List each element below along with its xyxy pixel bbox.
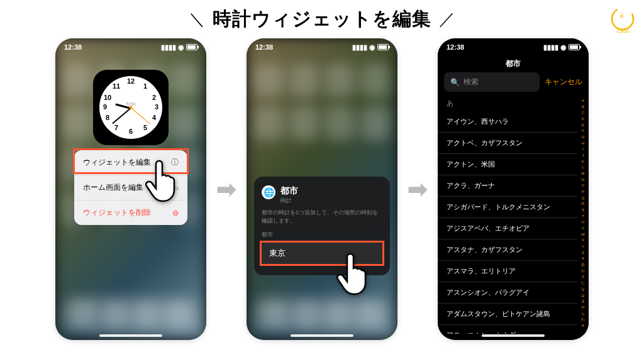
index-letter[interactable]: U — [579, 220, 587, 224]
index-letter[interactable]: # — [579, 256, 587, 260]
menu-label: ホーム画面を編集 — [83, 182, 143, 193]
search-row: 🔍 検索 キャンセル — [444, 72, 582, 92]
city-item[interactable]: アスンシオン、パラグアイ — [438, 282, 577, 304]
index-letter[interactable]: F — [579, 129, 587, 133]
wifi-icon: ◉ — [560, 43, 567, 52]
index-letter[interactable]: W — [579, 233, 587, 236]
city-item[interactable]: アクトベ、カザフスタン — [438, 133, 577, 154]
index-letter[interactable]: T — [579, 214, 587, 218]
index-letter[interactable]: S — [579, 208, 587, 212]
index-letter[interactable]: K — [579, 160, 587, 163]
city-item[interactable]: アスマラ、エリトリア — [438, 261, 577, 282]
globe-icon: 🌐 — [262, 185, 275, 199]
index-letter[interactable]: や — [579, 305, 587, 309]
index-letter[interactable]: か — [579, 269, 587, 273]
logo: iiLabo — [605, 5, 635, 35]
city-value: 東京 — [269, 248, 286, 258]
cancel-button[interactable]: キャンセル — [545, 77, 582, 87]
phone-screenshot-3: 12:38 ▮▮▮▮◉ 都市 🔍 検索 キャンセル あ アイウン、西サハラアクト… — [438, 38, 589, 340]
index-letter[interactable]: ま — [579, 299, 587, 303]
phone-screenshot-1: 12:38 ▮▮▮▮ ◉ 12 1 2 3 4 5 6 7 8 9 10 11 … — [55, 38, 206, 340]
page-title: 時計ウィジェットを編集 — [213, 6, 431, 32]
slash-right: ／ — [439, 8, 455, 30]
index-letter[interactable]: わ — [579, 317, 587, 321]
minus-circle-icon: ⊖ — [172, 209, 179, 217]
index-letter[interactable]: Y — [579, 244, 587, 248]
signal-icon: ▮▮▮▮ — [543, 43, 558, 52]
wifi-icon: ◉ — [178, 43, 184, 52]
index-letter[interactable]: I — [579, 147, 587, 151]
wifi-icon: ◉ — [369, 43, 375, 52]
city-list-screen: 12:38 ▮▮▮▮◉ 都市 🔍 検索 キャンセル あ アイウン、西サハラアクト… — [438, 38, 589, 340]
index-letter[interactable]: P — [579, 190, 587, 194]
status-icons: ▮▮▮▮ ◉ — [161, 43, 197, 52]
status-bar: 12:38 ▮▮▮▮◉ — [247, 38, 397, 56]
status-time: 12:38 — [255, 43, 273, 51]
panel-subtitle: 時計 — [280, 197, 298, 205]
home-indicator[interactable] — [482, 334, 545, 337]
city-item[interactable]: アスタナ、カザフスタン — [438, 239, 577, 261]
index-letter[interactable]: V — [579, 226, 587, 230]
search-placeholder: 検索 — [464, 77, 479, 87]
index-letter[interactable]: さ — [579, 275, 587, 278]
city-item[interactable]: アイウン、西サハラ — [438, 111, 577, 133]
index-letter[interactable]: な — [579, 287, 587, 291]
status-icons: ▮▮▮▮◉ — [352, 43, 389, 52]
index-letter[interactable]: L — [579, 165, 587, 169]
pointer-hand-icon — [335, 252, 372, 296]
index-letter[interactable]: D — [579, 117, 587, 121]
battery-icon — [186, 44, 197, 50]
svg-text:ii: ii — [620, 13, 623, 19]
battery-icon — [377, 44, 389, 50]
status-bar: 12:38 ▮▮▮▮ ◉ — [55, 38, 206, 56]
battery-icon — [569, 44, 580, 50]
index-letter[interactable]: # — [579, 324, 587, 327]
index-letter[interactable]: Q — [579, 196, 587, 200]
city-item[interactable]: アジスアベバ、エチオピア — [438, 218, 577, 239]
city-item[interactable]: アダムスタウン、ピトケアン諸島 — [438, 304, 577, 325]
field-label: 都市 — [262, 231, 382, 239]
clock-widget[interactable]: 12 1 2 3 4 5 6 7 8 9 10 11 TOK — [93, 70, 169, 145]
city-item[interactable]: アクトン、米国 — [438, 154, 577, 175]
index-letter[interactable]: J — [579, 153, 587, 157]
home-indicator[interactable] — [99, 334, 162, 337]
home-indicator[interactable] — [291, 334, 353, 337]
panel-title: 都市 — [280, 185, 298, 197]
city-list[interactable]: アイウン、西サハラアクトベ、カザフスタンアクトン、米国アクラ、ガーナアシガバード… — [438, 111, 577, 334]
index-bar[interactable]: ABCDEFGHIJKLMNOPQRSTUVWXYZ#あかさたなはまやらわ# — [579, 99, 587, 327]
signal-icon: ▮▮▮▮ — [352, 43, 367, 52]
index-letter[interactable]: H — [579, 141, 587, 145]
search-input[interactable]: 🔍 検索 — [444, 72, 540, 92]
index-letter[interactable]: G — [579, 135, 587, 139]
pointer-hand-icon — [143, 159, 181, 203]
index-letter[interactable]: C — [579, 111, 587, 114]
search-icon: 🔍 — [450, 78, 460, 87]
city-item[interactable]: アシガバード、トルクメニスタン — [438, 197, 577, 218]
city-item[interactable]: アクラ、ガーナ — [438, 175, 577, 197]
index-letter[interactable]: X — [579, 238, 587, 242]
index-letter[interactable]: N — [579, 178, 587, 182]
index-letter[interactable]: O — [579, 184, 587, 187]
index-letter[interactable]: は — [579, 293, 587, 297]
index-letter[interactable]: た — [579, 281, 587, 285]
svg-text:Labo: Labo — [617, 28, 630, 34]
arrow-icon: ➡ — [408, 175, 428, 203]
index-letter[interactable]: ら — [579, 312, 587, 315]
menu-remove-widget[interactable]: ウィジェットを削除 ⊖ — [74, 200, 187, 225]
index-letter[interactable]: あ — [579, 263, 587, 266]
index-letter[interactable]: B — [579, 105, 587, 109]
phone-screenshot-2: 12:38 ▮▮▮▮◉ 🌐 都市 時計 都市の時計を1つ追加して、その場所の時刻… — [247, 38, 397, 340]
section-header: あ — [447, 99, 453, 108]
index-letter[interactable]: E — [579, 123, 587, 127]
page-header: ＼ 時計ウィジェットを編集 ／ — [0, 0, 644, 36]
index-letter[interactable]: M — [579, 172, 587, 175]
index-letter[interactable]: R — [579, 202, 587, 206]
phones-row: 12:38 ▮▮▮▮ ◉ 12 1 2 3 4 5 6 7 8 9 10 11 … — [0, 38, 644, 340]
city-item[interactable]: アティコカン、カナダ — [438, 325, 577, 334]
index-letter[interactable]: A — [579, 99, 587, 102]
index-letter[interactable]: Z — [579, 251, 587, 255]
nav-title: 都市 — [438, 58, 589, 69]
status-bar: 12:38 ▮▮▮▮◉ — [438, 38, 589, 56]
slash-left: ＼ — [189, 8, 205, 30]
status-time: 12:38 — [64, 43, 82, 51]
